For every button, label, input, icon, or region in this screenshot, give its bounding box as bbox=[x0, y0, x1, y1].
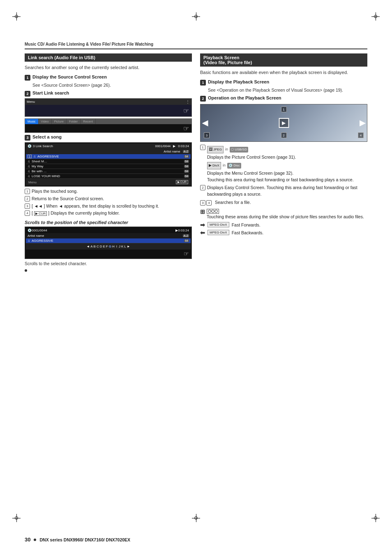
ls-song-icon-4: ♫ bbox=[28, 169, 30, 173]
step-3-num: 3 bbox=[25, 135, 30, 141]
char-song-icon: ♫ bbox=[28, 239, 30, 243]
playback-screen: 1 ◀ ▶ ▶ 3 4 2 bbox=[200, 104, 367, 142]
ls-song-icon-1: ♫ bbox=[33, 155, 36, 158]
char-j[interactable]: J bbox=[119, 245, 120, 248]
usb-icon: ⬡ bbox=[231, 148, 234, 151]
ls-song-name-1: AGGRESSIVE bbox=[37, 155, 59, 158]
char-right-arrow[interactable]: ► bbox=[127, 245, 130, 248]
pb-arrow-right[interactable]: ▶ bbox=[360, 118, 365, 127]
note-icon: ⊞ bbox=[200, 208, 205, 215]
step-1-desc: See <Source Control Screen> (page 26). bbox=[25, 82, 192, 88]
bullet-num-4: 4 bbox=[25, 210, 30, 216]
in-text-2: in bbox=[223, 163, 226, 169]
reg-mark-tr bbox=[371, 12, 380, 21]
scroll-desc: Scrolls to the selected character. bbox=[25, 261, 192, 267]
ls-song-num-1: 1 bbox=[28, 155, 32, 158]
menu-tabs: Music Video Picture Folder Recent bbox=[25, 119, 191, 124]
tab-picture[interactable]: Picture bbox=[52, 119, 66, 124]
right-bullet-34: 3 4 Searches for a file. bbox=[200, 199, 367, 206]
tab-extra[interactable] bbox=[96, 119, 191, 124]
char-d[interactable]: D bbox=[100, 245, 102, 248]
ls-song-tag-4: 64 bbox=[184, 170, 189, 173]
right-item-34-text: Searches for a file. bbox=[215, 199, 251, 206]
pb-arrow-left[interactable]: ◀ bbox=[202, 118, 208, 127]
bullet-num-3: 3 bbox=[25, 204, 30, 209]
menu-touch-icon: ⋮ bbox=[186, 99, 190, 104]
fb-badge: MPEG·DivX bbox=[208, 230, 229, 235]
touch-hand-1: ☞ bbox=[183, 107, 189, 115]
tab-music[interactable]: Music bbox=[25, 119, 38, 124]
pb-label-4: 4 bbox=[358, 132, 364, 138]
pb-play-btn[interactable]: ▶ bbox=[279, 118, 289, 128]
char-a[interactable]: A bbox=[90, 245, 92, 248]
ls-subtitle: Artist name A-Z bbox=[26, 149, 191, 154]
tab-folder[interactable]: Folder bbox=[67, 119, 80, 124]
char-l[interactable]: L bbox=[124, 245, 126, 248]
ls-cur-tag[interactable]: ▶ CUR bbox=[176, 180, 188, 184]
page-header: Music CD/ Audio File Listening & Video F… bbox=[25, 41, 367, 49]
char-song-name: AGGRESSIVE bbox=[32, 239, 53, 243]
reg-mark-br bbox=[371, 514, 380, 522]
right-item-1: 1 🖼 JPEG in ⬡ USB/SD bbox=[200, 144, 367, 183]
link-search-screen: 💿 3 Link Search 0001/0044 ▶ 0:03:24 Arti… bbox=[25, 142, 192, 187]
char-hand-row: ☞ bbox=[26, 250, 191, 258]
step-2-label: Start Link search bbox=[32, 90, 69, 95]
crosshair-bottom bbox=[192, 514, 200, 522]
ls-song-2[interactable]: ♫ Sheet M… 64 bbox=[26, 159, 191, 164]
ls-play-icon: ▶ bbox=[173, 144, 175, 148]
char-i[interactable]: I bbox=[116, 245, 117, 248]
footer-bullet bbox=[34, 539, 36, 541]
divx-icon: ▶ bbox=[209, 163, 212, 169]
right-item-1-desc3: Touching this area during fast forwardin… bbox=[207, 177, 354, 183]
char-left-arrow[interactable]: ◄ bbox=[86, 245, 90, 248]
char-e[interactable]: E bbox=[103, 245, 105, 248]
right-bullet-1: 1 🖼 JPEG in ⬡ USB/SD bbox=[200, 144, 367, 183]
ls-song-tag-5: 64 bbox=[184, 175, 189, 178]
right-column: Playback Screen (Video file, Picture fil… bbox=[200, 53, 367, 272]
left-column: Link search (Audio File in USB) Searches… bbox=[25, 53, 192, 272]
ls-title: 3 Link Search bbox=[33, 144, 53, 148]
char-c[interactable]: C bbox=[97, 245, 99, 248]
char-aggressive-row[interactable]: ♫ AGGRESSIVE 64 bbox=[26, 238, 191, 243]
tab-video[interactable]: Video bbox=[39, 119, 51, 124]
right-item-34-row: 3 4 Searches for a file. bbox=[200, 199, 367, 206]
char-f[interactable]: F bbox=[106, 245, 108, 248]
pb-label-3: 3 bbox=[204, 132, 210, 138]
ff-badge: MPEG·DivX bbox=[208, 222, 229, 227]
step-2-num: 2 bbox=[25, 91, 30, 97]
right-item-2-row: 2 Displays Easy Control Screen. Touching… bbox=[200, 185, 367, 198]
right-step-2-label: Operation on the Playback Screen bbox=[208, 95, 281, 100]
tab-recent[interactable]: Recent bbox=[81, 119, 95, 124]
char-b[interactable]: B bbox=[94, 245, 96, 248]
ls-bottom-bar: Menu ▶ CUR bbox=[26, 179, 191, 185]
note-badge: ⬡⬡⬡ bbox=[207, 209, 219, 214]
in-text-1: in bbox=[225, 147, 228, 153]
ls-menu-btn[interactable]: Menu bbox=[28, 180, 37, 184]
ls-song-icon-2: ♫ bbox=[28, 160, 30, 163]
bullet-num-1: 1 bbox=[25, 189, 30, 194]
badge-jpeg: 🖼 JPEG bbox=[207, 146, 224, 153]
pb-play-icon: ▶ bbox=[282, 120, 286, 126]
mpeg-divx-fb-text: MPEG·DivX bbox=[210, 231, 227, 234]
badge-jpeg-text: JPEG bbox=[213, 147, 222, 152]
ls-song-tag-3: 64 bbox=[184, 165, 189, 168]
ls-song-5[interactable]: ♫ LOSE YOUR MIND 64 bbox=[26, 174, 191, 179]
right-item-1-content: 🖼 JPEG in ⬡ USB/SD Displays the Picture … bbox=[207, 144, 354, 183]
ls-song-name-4: Be with … bbox=[32, 169, 46, 173]
char-g[interactable]: G bbox=[109, 245, 111, 248]
char-h[interactable]: H bbox=[112, 245, 115, 248]
char-artist: Artist name bbox=[28, 234, 44, 238]
ff-section: ➡ MPEG·DivX Fast Forwards. ⬅ MPEG·DivX F… bbox=[200, 222, 367, 236]
bullet-text-4: [ ▶ CUR ] Displays the currently playing… bbox=[32, 210, 120, 217]
ls-disc-icon: 💿 bbox=[28, 144, 32, 148]
right-step-2-num: 2 bbox=[200, 96, 206, 102]
ls-az-tag: A-Z bbox=[183, 150, 189, 153]
ls-song-1[interactable]: 1 ♫ AGGRESSIVE 64 bbox=[26, 154, 191, 159]
step-1-label: Display the Source Control Screen bbox=[32, 74, 107, 79]
char-k[interactable]: K bbox=[121, 245, 123, 248]
ls-song-4[interactable]: ♫ Be with … 64 bbox=[26, 169, 191, 174]
char-song-tag: 64 bbox=[184, 239, 189, 242]
ls-song-3[interactable]: ♫ My Way 64 bbox=[26, 164, 191, 169]
page-footer: 30 DNX series DNX9960/ DNX7160/ DNX7020E… bbox=[25, 536, 367, 543]
right-item-34-nums: 3 4 bbox=[200, 200, 212, 206]
